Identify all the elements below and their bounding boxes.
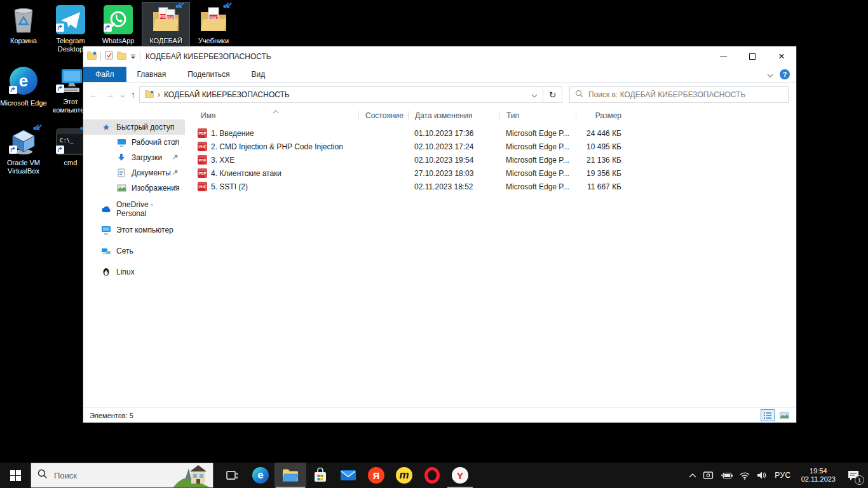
computer-icon [101, 225, 111, 235]
start-button[interactable] [0, 463, 31, 488]
maximize-button[interactable] [738, 46, 767, 67]
minimize-button[interactable] [709, 46, 738, 67]
taskbar-yandex-icon[interactable]: Я [362, 463, 390, 488]
new-folder-icon[interactable] [87, 51, 97, 62]
action-center-icon[interactable]: 1 [844, 466, 863, 485]
sidebar-item-label: Linux [116, 268, 135, 276]
file-row[interactable]: PDF3. XXE 02.10.2023 19:54 Microsoft Edg… [185, 153, 796, 166]
forward-icon[interactable]: → [102, 88, 118, 101]
taskbar-search[interactable] [31, 463, 214, 488]
sidebar-item-documents[interactable]: Документы [83, 165, 185, 180]
sidebar-item-this-pc[interactable]: Этот компьютер [83, 222, 185, 238]
file-name: 2. CMD Injection & PHP Code Injection [211, 142, 343, 151]
file-list-pane: Имя Состояние Дата изменения Тип Размер … [185, 107, 796, 407]
tab-view[interactable]: Вид [240, 67, 276, 82]
up-icon[interactable]: ↑ [128, 88, 139, 101]
desktop-icon-kodebay[interactable]: PDF PDF ↙↙ КОДЕБАЙ [142, 3, 189, 47]
column-header-type[interactable]: Тип [499, 111, 576, 121]
column-header-modified[interactable]: Дата изменения [408, 111, 499, 121]
taskbar: e Я m Y [0, 463, 868, 488]
refresh-button[interactable]: ↻ [543, 86, 562, 103]
file-size: 10 495 КБ [576, 142, 629, 151]
quick-access-star-icon: ★ [101, 122, 111, 132]
file-row[interactable]: PDF1. Введение 01.10.2023 17:36 Microsof… [185, 126, 796, 140]
explorer-search[interactable] [569, 86, 789, 103]
taskbar-edge-icon[interactable]: e [247, 463, 275, 488]
sidebar-item-quick-access[interactable]: ★ Быстрый доступ [83, 119, 185, 135]
desktop-icon-label: WhatsApp [95, 37, 142, 45]
expand-ribbon-icon[interactable] [767, 69, 773, 80]
separator [140, 52, 140, 61]
sidebar-item-linux[interactable]: Linux [83, 264, 185, 280]
desktop-icon-recycle-bin[interactable]: Корзина [0, 3, 47, 47]
column-header-size[interactable]: Размер [576, 111, 629, 121]
taskbar-opera-icon[interactable] [418, 463, 446, 488]
telegram-icon [55, 4, 86, 35]
tray-clock[interactable]: 19:54 02.11.2023 [799, 467, 838, 484]
pdf-file-icon: PDF [198, 128, 207, 138]
file-row[interactable]: PDF5. SSTI (2) 02.11.2023 18:52 Microsof… [185, 180, 796, 193]
system-tray: РУС 19:54 02.11.2023 1 [688, 466, 868, 485]
task-view-button[interactable] [219, 463, 247, 488]
taskbar-yandex-browser-icon[interactable]: Y [446, 463, 474, 488]
shortcut-badge-icon [9, 145, 17, 156]
pictures-icon [116, 183, 126, 193]
customize-toolbar-icon[interactable] [130, 51, 136, 62]
tray-battery-icon[interactable] [720, 471, 733, 480]
file-type: Microsoft Edge P... [499, 182, 576, 191]
help-icon[interactable]: ? [780, 69, 790, 79]
file-type: Microsoft Edge P... [499, 156, 576, 165]
file-row[interactable]: PDF4. Клиентские атаки 27.10.2023 18:03 … [185, 166, 796, 180]
tray-wifi-icon[interactable] [739, 471, 750, 480]
tab-home[interactable]: Главная [126, 67, 177, 82]
edge-icon: e [8, 67, 39, 97]
file-name: 1. Введение [211, 129, 254, 138]
tray-display-icon[interactable] [703, 471, 714, 480]
folder-icon[interactable] [117, 51, 126, 62]
column-header-name[interactable]: Имя [185, 111, 358, 121]
file-row[interactable]: PDF2. CMD Injection & PHP Code Injection… [185, 140, 796, 153]
shortcut-badge-icon [56, 23, 64, 34]
sidebar-item-label: OneDrive - Personal [116, 200, 185, 218]
close-button[interactable]: × [767, 46, 796, 67]
ribbon-tabs: Файл Главная Поделиться Вид ? [83, 67, 796, 83]
details-view-button[interactable] [761, 409, 775, 421]
taskbar-explorer-icon[interactable] [275, 463, 306, 488]
search-highlight-image[interactable] [172, 463, 213, 488]
documents-icon [116, 168, 126, 178]
desktop-icon-whatsapp[interactable]: WhatsApp [95, 3, 142, 47]
pdf-file-icon: PDF [198, 168, 207, 178]
desktop-icon-label: Корзина [0, 37, 47, 45]
tray-chevron-up-icon[interactable] [688, 473, 697, 478]
properties-icon[interactable] [105, 51, 113, 62]
language-indicator[interactable]: РУС [773, 471, 793, 480]
column-header-status[interactable]: Состояние [358, 111, 408, 121]
tab-share[interactable]: Поделиться [177, 67, 240, 82]
desktop-icon-edge[interactable]: e Microsoft Edge [0, 64, 47, 109]
tray-volume-icon[interactable] [756, 471, 767, 480]
cmd-icon: C:\_ ↙↙ [55, 126, 86, 157]
sidebar-item-desktop[interactable]: Рабочий стол [83, 135, 185, 150]
taskbar-store-icon[interactable] [306, 463, 334, 488]
sidebar-item-downloads[interactable]: Загрузки [83, 150, 185, 165]
back-icon[interactable]: ← [86, 88, 101, 101]
address-field[interactable]: › КОДЕБАЙ КИБЕРБЕЗОПАСНОСТЬ [139, 86, 543, 103]
sidebar-item-network[interactable]: Сеть [83, 243, 185, 259]
recent-locations-icon[interactable] [119, 89, 126, 100]
breadcrumb[interactable]: КОДЕБАЙ КИБЕРБЕЗОПАСНОСТЬ [164, 90, 290, 99]
search-input[interactable] [588, 90, 783, 99]
desktop-icon-uchebniki[interactable]: PDF ↙↙ Учебники [190, 3, 237, 47]
desktop-icon-virtualbox[interactable]: ↙↙ Oracle VM VirtualBox [0, 125, 47, 177]
address-dropdown-icon[interactable] [526, 89, 543, 100]
sidebar-item-onedrive[interactable]: OneDrive - Personal [83, 201, 185, 217]
explorer-window: КОДЕБАЙ КИБЕРБЕЗОПАСНОСТЬ × Файл Главная… [83, 46, 797, 423]
desktop-icon-label: КОДЕБАЙ [142, 37, 189, 45]
taskbar-search-input[interactable] [54, 471, 143, 480]
tab-file[interactable]: Файл [83, 67, 126, 82]
sidebar-item-label: Этот компьютер [116, 226, 173, 234]
sidebar-item-pictures[interactable]: Изображения [83, 180, 185, 196]
thumbnails-view-button[interactable] [777, 409, 791, 421]
taskbar-amigo-icon[interactable]: m [390, 463, 418, 488]
taskbar-mail-icon[interactable] [334, 463, 362, 488]
recycle-bin-icon [8, 4, 39, 35]
